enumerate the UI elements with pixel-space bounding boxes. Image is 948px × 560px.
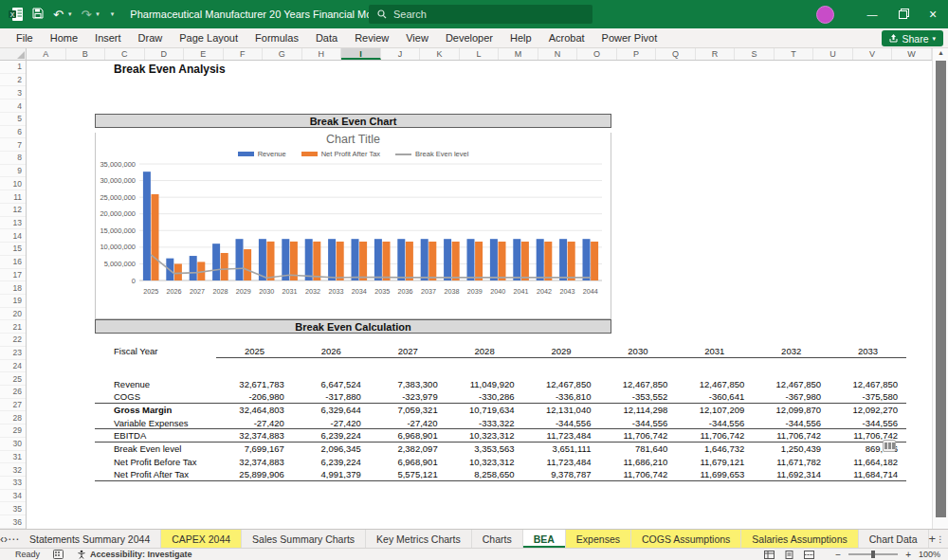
year-header-2029[interactable]: 2029 — [523, 346, 600, 356]
row-header-2[interactable]: 2 — [0, 74, 26, 87]
column-header-G[interactable]: G — [263, 48, 302, 60]
fiscal-year-label[interactable]: Fiscal Year — [95, 346, 216, 356]
cell-options-icon[interactable] — [883, 440, 896, 452]
row-header-26[interactable]: 26 — [0, 386, 26, 399]
table-cell[interactable]: 11,049,920 — [447, 379, 523, 389]
table-cell[interactable]: 11,664,182 — [830, 457, 906, 467]
table-cell[interactable]: 32,671,783 — [216, 379, 293, 389]
table-cell[interactable]: 12,114,298 — [599, 405, 676, 415]
row-label[interactable]: Net Profit Before Tax — [95, 457, 216, 467]
row-header-15[interactable]: 15 — [0, 243, 26, 256]
sheet-tab-statements-summary-2044[interactable]: Statements Summary 2044 — [19, 530, 161, 548]
row-label[interactable]: Break Even level — [95, 443, 216, 454]
search-box[interactable]: Search — [369, 5, 592, 24]
row-header-14[interactable]: 14 — [0, 229, 26, 243]
table-cell[interactable]: 5,575,121 — [370, 469, 447, 479]
table-cell[interactable]: 12,099,870 — [753, 405, 830, 415]
ribbon-tab-file[interactable]: File — [8, 28, 42, 48]
column-header-R[interactable]: R — [696, 48, 736, 60]
ribbon-tab-review[interactable]: Review — [346, 28, 397, 48]
year-header-2031[interactable]: 2031 — [676, 346, 753, 356]
excel-app-icon[interactable]: X — [9, 8, 23, 21]
table-cell[interactable]: 11,723,484 — [523, 457, 600, 467]
table-cell[interactable]: 32,374,883 — [216, 457, 293, 467]
row-header-24[interactable]: 24 — [0, 360, 26, 373]
table-cell[interactable]: 12,092,270 — [830, 405, 906, 415]
account-avatar[interactable] — [816, 6, 834, 24]
sheet-tab-cogs-assumptions[interactable]: COGS Assumptions — [631, 530, 741, 548]
table-cell[interactable]: 781,640 — [599, 443, 676, 454]
zoom-level[interactable]: 100% — [919, 550, 940, 559]
row-label[interactable]: Net Profit After Tax — [95, 469, 216, 479]
ribbon-tab-insert[interactable]: Insert — [86, 28, 130, 48]
row-header-33[interactable]: 33 — [0, 477, 26, 490]
table-cell[interactable]: -206,980 — [216, 391, 293, 402]
row-header-30[interactable]: 30 — [0, 438, 26, 451]
sheet-tab-salaries-assumptions[interactable]: Salaries Assumptions — [741, 530, 858, 548]
table-cell[interactable]: -27,420 — [370, 418, 447, 428]
ribbon-tab-home[interactable]: Home — [42, 28, 86, 48]
row-header-1[interactable]: 1 — [0, 61, 26, 74]
table-cell[interactable]: -317,880 — [293, 391, 370, 402]
table-cell[interactable]: -353,552 — [599, 391, 676, 402]
table-cell[interactable]: 6,647,524 — [293, 379, 370, 389]
table-cell[interactable]: 10,323,312 — [447, 430, 523, 441]
row-header-27[interactable]: 27 — [0, 399, 26, 412]
row-header-17[interactable]: 17 — [0, 269, 26, 282]
table-cell[interactable]: 11,723,484 — [523, 430, 600, 441]
share-button[interactable]: Share ▾ — [882, 30, 943, 46]
table-cell[interactable]: -344,556 — [676, 418, 753, 428]
row-label[interactable]: Revenue — [95, 379, 216, 389]
column-header-A[interactable]: A — [27, 48, 66, 60]
worksheet-area[interactable]: Break Even Analysis Break Even Chart Cha… — [27, 61, 932, 529]
table-cell[interactable]: 11,706,742 — [599, 430, 676, 441]
row-header-19[interactable]: 19 — [0, 295, 26, 308]
row-header-20[interactable]: 20 — [0, 308, 26, 321]
column-header-V[interactable]: V — [853, 48, 893, 60]
table-cell[interactable]: 10,323,312 — [447, 457, 523, 467]
scroll-up-icon[interactable]: ▲ — [933, 49, 948, 56]
table-cell[interactable]: 32,464,803 — [216, 405, 293, 415]
minimize-button[interactable]: — — [857, 0, 887, 28]
row-label[interactable]: EBITDA — [95, 430, 216, 441]
table-cell[interactable]: -344,556 — [830, 418, 906, 428]
column-header-E[interactable]: E — [184, 48, 224, 60]
table-cell[interactable]: 12,107,209 — [676, 405, 753, 415]
year-header-2033[interactable]: 2033 — [830, 346, 906, 356]
save-icon[interactable] — [32, 6, 44, 23]
column-header-D[interactable]: D — [145, 48, 185, 60]
table-cell[interactable]: 6,239,224 — [293, 457, 370, 467]
table-cell[interactable]: 6,239,224 — [293, 430, 370, 441]
undo-caret-icon[interactable]: ▾ — [68, 10, 72, 18]
row-label[interactable]: COGS — [95, 391, 216, 402]
year-header-2025[interactable]: 2025 — [216, 346, 293, 356]
vertical-scrollbar[interactable]: ▲ — [932, 48, 948, 529]
table-cell[interactable]: -336,810 — [523, 391, 600, 402]
table-cell[interactable]: 9,378,787 — [523, 469, 600, 479]
table-cell[interactable]: -323,979 — [370, 391, 447, 402]
customize-qat-icon[interactable]: ▾ — [111, 10, 115, 18]
table-cell[interactable]: 12,467,850 — [599, 379, 676, 389]
new-sheet-button[interactable]: + — [929, 530, 937, 548]
table-cell[interactable]: 12,467,850 — [676, 379, 753, 389]
close-button[interactable]: × — [918, 0, 948, 28]
sheet-tab-sales-summary-charts[interactable]: Sales Summary Charts — [242, 530, 366, 548]
row-header-8[interactable]: 8 — [0, 152, 26, 165]
table-cell[interactable]: 6,968,901 — [370, 457, 447, 467]
table-cell[interactable]: 7,383,300 — [370, 379, 447, 389]
table-cell[interactable]: -344,556 — [753, 418, 830, 428]
table-cell[interactable]: 8,258,650 — [447, 469, 523, 479]
sheet-tab-capex-2044[interactable]: CAPEX 2044 — [161, 530, 242, 548]
column-header-Q[interactable]: Q — [656, 48, 696, 60]
macro-record-icon[interactable] — [53, 550, 64, 559]
row-header-22[interactable]: 22 — [0, 334, 26, 347]
table-cell[interactable]: 11,679,121 — [676, 457, 753, 467]
table-cell[interactable]: 12,467,850 — [753, 379, 830, 389]
row-header-32[interactable]: 32 — [0, 463, 26, 477]
table-cell[interactable]: -344,556 — [523, 418, 600, 428]
row-header-11[interactable]: 11 — [0, 190, 26, 204]
row-header-10[interactable]: 10 — [0, 177, 26, 190]
table-cell[interactable]: 6,329,644 — [293, 405, 370, 415]
table-cell[interactable]: 2,382,097 — [370, 443, 447, 454]
table-cell[interactable]: 25,899,906 — [216, 469, 293, 479]
